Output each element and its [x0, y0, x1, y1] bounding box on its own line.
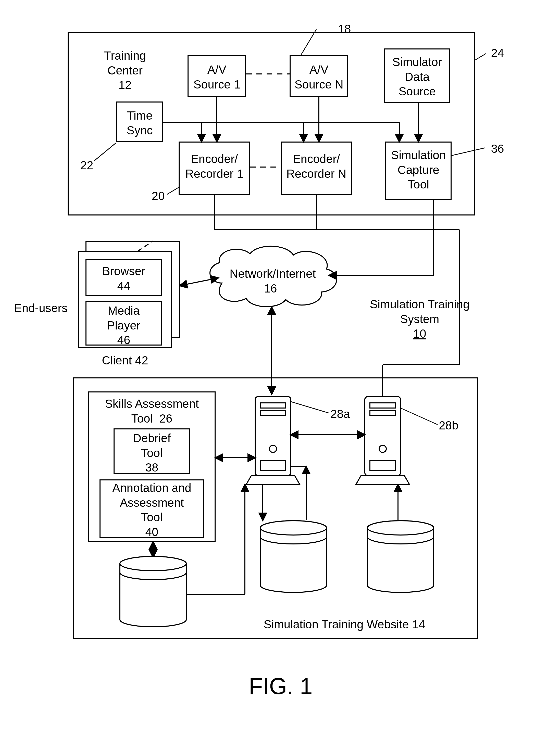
svg-rect-23 [260, 403, 286, 408]
svg-rect-32 [370, 460, 395, 470]
svg-line-33 [400, 408, 438, 425]
svg-line-1 [301, 29, 316, 55]
svg-point-44 [260, 521, 327, 535]
svg-rect-26 [260, 460, 286, 470]
svg-point-31 [379, 445, 386, 452]
connectors [0, 0, 560, 738]
svg-rect-24 [260, 411, 286, 416]
svg-line-4 [167, 188, 179, 194]
svg-line-5 [452, 148, 485, 155]
svg-line-3 [94, 143, 116, 161]
diagram-page: Training Center 12 A/V Source 1 A/V Sour… [0, 0, 560, 738]
svg-rect-29 [370, 403, 395, 408]
svg-line-20 [180, 278, 218, 286]
svg-rect-30 [370, 411, 395, 416]
svg-point-42 [120, 557, 186, 571]
svg-point-25 [269, 445, 277, 452]
svg-point-46 [367, 521, 434, 535]
svg-line-27 [291, 402, 329, 413]
svg-line-2 [475, 54, 486, 60]
